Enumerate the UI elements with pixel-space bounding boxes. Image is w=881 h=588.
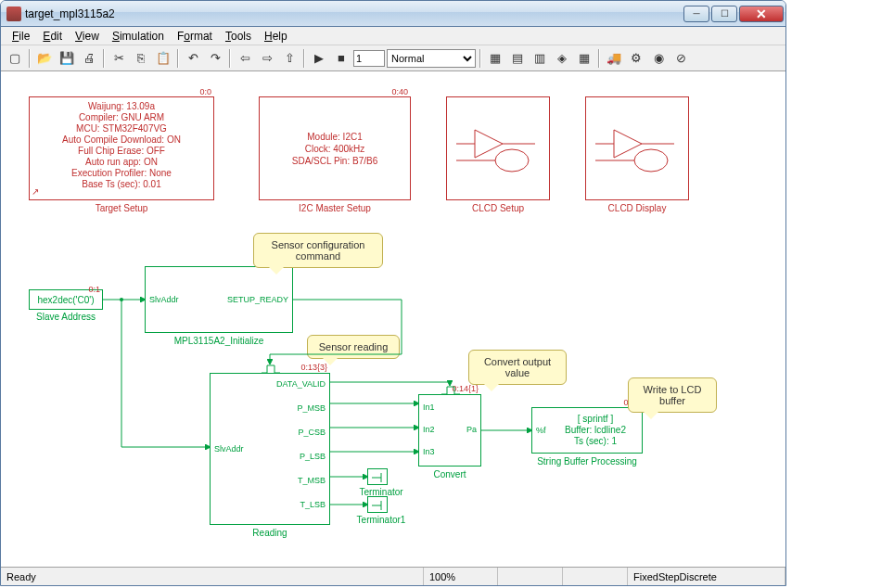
port-initialize-out: SETUP_READY bbox=[227, 295, 288, 304]
block-slave-address[interactable]: 0:1 hex2dec('C0') bbox=[29, 289, 103, 310]
window-controls: ─ ☐ ✕ bbox=[683, 6, 784, 22]
step-input[interactable] bbox=[353, 50, 385, 67]
label-i2c-master: I2C Master Setup bbox=[259, 203, 411, 213]
status-empty2 bbox=[563, 568, 628, 585]
tool-button-4[interactable]: ◈ bbox=[552, 48, 572, 69]
paste-button[interactable]: 📋 bbox=[153, 48, 173, 69]
label-initialize: MPL3115A2_Initialize bbox=[145, 336, 293, 346]
tool-button-3[interactable]: ▥ bbox=[530, 48, 550, 69]
tooltip-write-lcd: Write to LCD buffer bbox=[628, 377, 717, 413]
port-reading-out0: DATA_VALID bbox=[276, 379, 326, 389]
tooltip-convert-output: Convert output value bbox=[468, 350, 567, 385]
port-convert-in1: In1 bbox=[423, 403, 435, 412]
app-window: target_mpl3115a2 ─ ☐ ✕ File Edit View Si… bbox=[0, 0, 786, 586]
block-reading[interactable]: 0:13{3} SlvAddr DATA_VALID P_MSB P_CSB P… bbox=[210, 373, 330, 525]
block-clcd-display[interactable] bbox=[585, 96, 689, 200]
maximize-button[interactable]: ☐ bbox=[711, 6, 737, 22]
port-convert-out: Pa bbox=[466, 425, 477, 434]
status-zoom: 100% bbox=[424, 568, 498, 585]
port-strbuf-in: %f bbox=[536, 425, 546, 436]
tool-button-2[interactable]: ▤ bbox=[507, 48, 528, 69]
tooltip-sensor-config: Sensor configuration command bbox=[253, 233, 383, 268]
port-reading-out1: P_MSB bbox=[297, 403, 326, 413]
toolbar: ▢ 📂 💾 🖨 ✂ ⎘ 📋 ↶ ↷ ⇦ ⇨ ⇧ ▶ ■ Normal ▦ ▤ ▥… bbox=[1, 45, 785, 71]
block-i2c-master[interactable]: 0:40 Module: I2C1 Clock: 400kHz SDA/SCL … bbox=[259, 96, 411, 200]
block-terminator[interactable] bbox=[367, 468, 388, 485]
badge-target-setup: 0:0 bbox=[199, 86, 211, 97]
nav-fwd-button[interactable]: ⇨ bbox=[257, 48, 277, 69]
port-initialize-in: SlvAddr bbox=[149, 295, 179, 304]
copy-button[interactable]: ⎘ bbox=[131, 48, 151, 69]
statusbar: Ready 100% FixedStepDiscrete bbox=[1, 567, 785, 585]
port-reading-in: SlvAddr bbox=[214, 444, 244, 454]
mode-select[interactable]: Normal bbox=[387, 49, 476, 68]
badge-i2c: 0:40 bbox=[391, 86, 408, 98]
app-icon bbox=[6, 6, 21, 21]
close-button[interactable]: ✕ bbox=[739, 6, 784, 22]
status-empty1 bbox=[498, 568, 563, 585]
play-button[interactable]: ▶ bbox=[309, 48, 329, 69]
menu-edit[interactable]: Edit bbox=[37, 28, 68, 45]
label-convert: Convert bbox=[418, 469, 481, 479]
label-clcd-setup: CLCD Setup bbox=[446, 203, 550, 213]
label-target-setup: Target Setup bbox=[29, 203, 214, 213]
block-target-setup[interactable]: 0:0 Waijung: 13.09a Compiler: GNU ARM MC… bbox=[29, 96, 214, 200]
menu-tools[interactable]: Tools bbox=[220, 28, 257, 45]
menu-format[interactable]: Format bbox=[172, 28, 218, 45]
block-terminator1[interactable] bbox=[367, 496, 388, 513]
label-reading: Reading bbox=[210, 528, 330, 538]
label-slave-address: Slave Address bbox=[29, 312, 103, 322]
block-initialize[interactable]: SlvAddr SETUP_READY bbox=[145, 266, 293, 333]
menubar: File Edit View Simulation Format Tools H… bbox=[1, 27, 785, 45]
menu-simulation[interactable]: Simulation bbox=[107, 28, 170, 45]
label-string-buffer: String Buffer Processing bbox=[522, 456, 652, 467]
redo-button[interactable]: ↷ bbox=[205, 48, 225, 69]
undo-button[interactable]: ↶ bbox=[183, 48, 203, 69]
status-solver: FixedStepDiscrete bbox=[628, 568, 785, 585]
open-button[interactable]: 📂 bbox=[34, 48, 55, 69]
cut-button[interactable]: ✂ bbox=[109, 48, 129, 69]
label-clcd-display: CLCD Display bbox=[585, 203, 689, 213]
svg-point-15 bbox=[120, 298, 123, 301]
block-string-buffer[interactable]: 0:15 %f [ sprintf ] Buffer: lcdline2 Ts … bbox=[531, 407, 643, 454]
canvas[interactable]: 0:0 Waijung: 13.09a Compiler: GNU ARM MC… bbox=[1, 71, 785, 565]
port-reading-out4: T_MSB bbox=[298, 476, 326, 485]
print-button[interactable]: 🖨 bbox=[79, 48, 99, 69]
menu-file[interactable]: File bbox=[6, 28, 35, 45]
badge-slave: 0:1 bbox=[88, 279, 100, 300]
titlebar[interactable]: target_mpl3115a2 ─ ☐ ✕ bbox=[1, 1, 785, 27]
port-reading-out5: T_LSB bbox=[300, 500, 326, 509]
tool-button-6[interactable]: 🚚 bbox=[604, 48, 624, 69]
nav-up-button[interactable]: ⇧ bbox=[279, 48, 300, 69]
tool-button-7[interactable]: ⚙ bbox=[626, 48, 646, 69]
tool-button-8[interactable]: ◉ bbox=[648, 48, 669, 69]
tool-button-5[interactable]: ▦ bbox=[574, 48, 594, 69]
menu-help[interactable]: Help bbox=[259, 28, 293, 45]
minimize-button[interactable]: ─ bbox=[683, 6, 709, 22]
menu-view[interactable]: View bbox=[70, 28, 105, 45]
tool-button-1[interactable]: ▦ bbox=[485, 48, 505, 69]
svg-point-6 bbox=[634, 149, 668, 172]
status-ready: Ready bbox=[1, 568, 424, 585]
port-reading-out3: P_LSB bbox=[300, 452, 326, 461]
tool-button-9[interactable]: ⊘ bbox=[670, 48, 691, 69]
label-terminator1: Terminator1 bbox=[353, 515, 409, 525]
block-clcd-setup[interactable] bbox=[446, 96, 550, 200]
nav-back-button[interactable]: ⇦ bbox=[235, 48, 255, 69]
port-convert-in3: In3 bbox=[423, 447, 435, 456]
tooltip-sensor-reading: Sensor reading bbox=[307, 335, 400, 359]
block-convert[interactable]: 0:14{1} In1 In2 In3 Pa bbox=[418, 394, 481, 467]
svg-point-1 bbox=[495, 149, 529, 172]
stop-button[interactable]: ■ bbox=[331, 48, 351, 69]
port-convert-in2: In2 bbox=[423, 425, 435, 434]
window-title: target_mpl3115a2 bbox=[25, 7, 683, 20]
port-reading-out2: P_CSB bbox=[298, 428, 326, 437]
new-model-button[interactable]: ▢ bbox=[5, 48, 25, 69]
save-button[interactable]: 💾 bbox=[57, 48, 77, 69]
